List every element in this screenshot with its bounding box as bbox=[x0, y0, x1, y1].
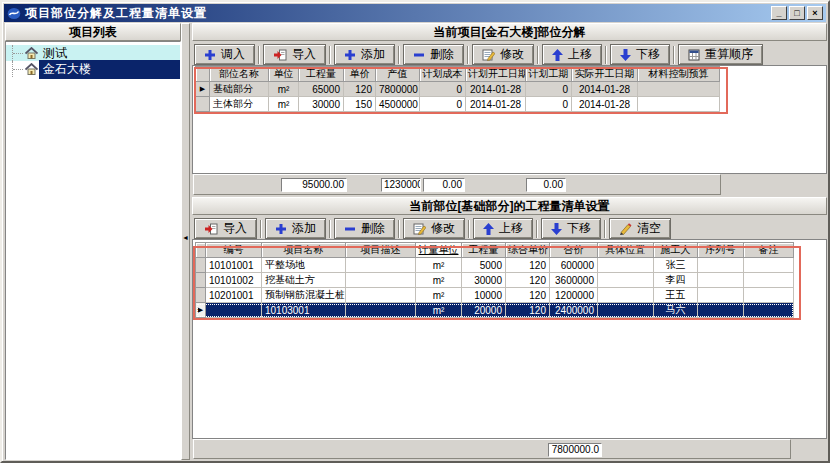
column-header[interactable]: 计划成本 bbox=[420, 67, 466, 82]
table-cell[interactable]: 马六 bbox=[654, 303, 698, 318]
table-cell[interactable]: 0 bbox=[420, 82, 466, 97]
move-up-button[interactable]: 上移 bbox=[473, 218, 533, 239]
table-cell[interactable] bbox=[206, 303, 262, 318]
load-button[interactable]: 调入 bbox=[194, 44, 255, 65]
import-button[interactable]: 导入 bbox=[194, 218, 257, 239]
table-cell[interactable]: 10000 bbox=[462, 288, 506, 303]
titlebar[interactable]: 项目部位分解及工程量清单设置 _ □ × bbox=[4, 4, 826, 22]
table-cell[interactable] bbox=[598, 288, 654, 303]
table-cell[interactable]: 30000 bbox=[462, 273, 506, 288]
table-cell[interactable]: 2014-01-28 bbox=[466, 97, 526, 112]
close-button[interactable]: × bbox=[807, 6, 823, 20]
column-header[interactable]: 项目名称 bbox=[262, 243, 346, 258]
table-cell[interactable]: 预制钢筋混凝土桩 bbox=[262, 288, 346, 303]
table-cell[interactable]: 主体部分 bbox=[210, 97, 269, 112]
table-cell[interactable]: m² bbox=[269, 82, 299, 97]
minimize-button[interactable]: _ bbox=[771, 6, 787, 20]
modify-button[interactable]: 修改 bbox=[403, 218, 465, 239]
clear-button[interactable]: 清空 bbox=[609, 218, 671, 239]
table-row[interactable]: 主体部分m²30000150450000002014-01-2802014-01… bbox=[196, 97, 720, 112]
table-cell[interactable]: 10103001 bbox=[262, 303, 346, 318]
table-cell[interactable]: 0 bbox=[526, 82, 572, 97]
table-cell[interactable]: 20000 bbox=[462, 303, 506, 318]
table-cell[interactable]: 张三 bbox=[654, 258, 698, 273]
collapse-arrow-icon[interactable]: ◄ bbox=[182, 230, 189, 246]
table-cell[interactable]: 120 bbox=[506, 288, 550, 303]
column-header[interactable]: 单位 bbox=[269, 67, 299, 82]
table-cell[interactable] bbox=[698, 273, 744, 288]
table-cell[interactable]: 10101002 bbox=[206, 273, 262, 288]
table-cell[interactable]: m² bbox=[416, 273, 462, 288]
panel-splitter[interactable]: ◄ bbox=[181, 23, 190, 460]
table-cell[interactable] bbox=[598, 273, 654, 288]
delete-button[interactable]: 删除 bbox=[403, 44, 464, 65]
table-cell[interactable] bbox=[346, 303, 416, 318]
column-header[interactable]: 实际开工日期 bbox=[572, 67, 638, 82]
table-cell[interactable]: 120 bbox=[506, 303, 550, 318]
table-cell[interactable] bbox=[744, 303, 794, 318]
parts-grid-area[interactable]: 部位名称单位工程量单价产值计划成本计划开工日期计划工期实际开工日期材料控制预算▶… bbox=[192, 65, 827, 174]
table-cell[interactable]: 2014-01-28 bbox=[572, 82, 638, 97]
column-header[interactable]: 工程量 bbox=[299, 67, 344, 82]
table-row[interactable]: 10101002挖基础土方m²300001203600000李四 bbox=[196, 273, 794, 288]
table-cell[interactable]: 30000 bbox=[299, 97, 344, 112]
table-cell[interactable]: 平整场地 bbox=[262, 258, 346, 273]
column-header[interactable]: 产值 bbox=[376, 67, 420, 82]
column-header[interactable]: 项目描述 bbox=[346, 243, 416, 258]
table-cell[interactable]: 5000 bbox=[462, 258, 506, 273]
table-cell[interactable]: 150 bbox=[344, 97, 376, 112]
table-cell[interactable]: m² bbox=[416, 258, 462, 273]
table-cell[interactable]: 2014-01-28 bbox=[572, 97, 638, 112]
table-cell[interactable]: 120 bbox=[506, 273, 550, 288]
table-cell[interactable]: 4500000 bbox=[376, 97, 420, 112]
table-cell[interactable] bbox=[698, 303, 744, 318]
modify-button[interactable]: 修改 bbox=[472, 44, 534, 65]
table-cell[interactable] bbox=[598, 258, 654, 273]
table-cell[interactable] bbox=[598, 303, 654, 318]
table-cell[interactable]: m² bbox=[269, 97, 299, 112]
column-header[interactable]: 材料控制预算 bbox=[638, 67, 720, 82]
table-row[interactable]: 10101001平整场地m²5000120600000张三 bbox=[196, 258, 794, 273]
project-tree[interactable]: 测试金石大楼 bbox=[5, 41, 181, 460]
add-button[interactable]: 添加 bbox=[334, 44, 395, 65]
table-cell[interactable]: 600000 bbox=[550, 258, 598, 273]
column-header[interactable]: 编号 bbox=[206, 243, 262, 258]
column-header[interactable]: 单价 bbox=[344, 67, 376, 82]
table-cell[interactable] bbox=[698, 258, 744, 273]
table-row[interactable]: ▶基础部分m²65000120780000002014-01-2802014-0… bbox=[196, 82, 720, 97]
table-cell[interactable]: 10201001 bbox=[206, 288, 262, 303]
column-header[interactable]: 计划工期 bbox=[526, 67, 572, 82]
table-row[interactable]: 10201001预制钢筋混凝土桩m²100001201200000王五 bbox=[196, 288, 794, 303]
table-cell[interactable] bbox=[698, 288, 744, 303]
table-cell[interactable] bbox=[638, 82, 720, 97]
table-cell[interactable]: 王五 bbox=[654, 288, 698, 303]
boq-grid-area[interactable]: 编号项目名称项目描述计量单位工程量综合单价合价具体位置施工人序列号备注10101… bbox=[192, 239, 827, 439]
table-cell[interactable]: 120 bbox=[506, 258, 550, 273]
table-cell[interactable]: 10101001 bbox=[206, 258, 262, 273]
table-cell[interactable]: 0 bbox=[420, 97, 466, 112]
table-cell[interactable]: 3600000 bbox=[550, 273, 598, 288]
column-header[interactable]: 计量单位 bbox=[416, 243, 462, 258]
column-header[interactable]: 合价 bbox=[550, 243, 598, 258]
column-header[interactable]: 综合单价 bbox=[506, 243, 550, 258]
column-header[interactable]: 具体位置 bbox=[598, 243, 654, 258]
move-up-button[interactable]: 上移 bbox=[542, 44, 602, 65]
table-cell[interactable] bbox=[744, 258, 794, 273]
table-cell[interactable] bbox=[744, 273, 794, 288]
table-row[interactable]: ▶10103001m²200001202400000马六 bbox=[196, 303, 794, 318]
table-cell[interactable] bbox=[346, 273, 416, 288]
add-button[interactable]: 添加 bbox=[265, 218, 326, 239]
column-header[interactable]: 备注 bbox=[744, 243, 794, 258]
column-header[interactable]: 施工人 bbox=[654, 243, 698, 258]
table-cell[interactable]: 7800000 bbox=[376, 82, 420, 97]
column-header[interactable]: 工程量 bbox=[462, 243, 506, 258]
recalc-order-button[interactable]: 重算顺序 bbox=[678, 44, 763, 65]
column-header[interactable]: 部位名称 bbox=[210, 67, 269, 82]
move-down-button[interactable]: 下移 bbox=[541, 218, 601, 239]
table-cell[interactable] bbox=[744, 288, 794, 303]
table-cell[interactable]: 65000 bbox=[299, 82, 344, 97]
table-cell[interactable] bbox=[638, 97, 720, 112]
table-cell[interactable]: 李四 bbox=[654, 273, 698, 288]
table-cell[interactable]: 基础部分 bbox=[210, 82, 269, 97]
table-cell[interactable] bbox=[346, 258, 416, 273]
